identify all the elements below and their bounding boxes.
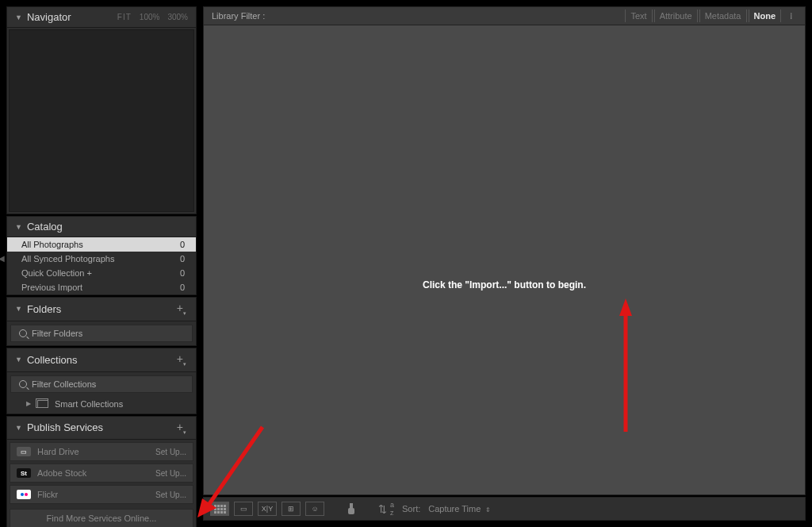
publish-row-adobestock[interactable]: St Adobe Stock Set Up... (10, 464, 193, 483)
catalog-row-label: Previous Import (21, 283, 82, 292)
catalog-row-count: 0 (180, 268, 185, 278)
navigator-zoom-controls[interactable]: FIT 100% 300% (117, 13, 188, 21)
catalog-row-count: 0 (180, 254, 185, 264)
catalog-row-all-photos[interactable]: All Photographs 0 (7, 237, 196, 252)
publish-row-flickr[interactable]: Flickr Set Up... (10, 485, 193, 504)
sort-label: Sort: (402, 504, 420, 514)
collections-title: Collections (27, 354, 78, 366)
loupe-view-button[interactable]: ▭ (234, 502, 253, 516)
navigator-panel: ▼ Navigator FIT 100% 300% (6, 6, 197, 214)
disclosure-down-icon: ▼ (15, 356, 22, 364)
catalog-panel: ▼ Catalog All Photographs 0 All Synced P… (6, 216, 197, 295)
catalog-header[interactable]: ▼ Catalog (7, 217, 196, 237)
disclosure-down-icon: ▼ (15, 305, 22, 313)
svg-marker-1 (619, 298, 632, 316)
catalog-row-synced[interactable]: All Synced Photographs 0 (7, 252, 196, 266)
disclosure-right-icon: ▶ (26, 400, 31, 407)
folders-title: Folders (27, 303, 61, 315)
main-area: Library Filter : Text Attribute Metadata… (203, 6, 806, 521)
grid-view[interactable]: Click the "Import..." button to begin. (203, 25, 806, 495)
collections-panel: ▼ Collections +▾ Filter Collections ▶ Sm… (6, 348, 197, 414)
publish-name: Hard Drive (37, 447, 155, 456)
zoom-300[interactable]: 300% (167, 13, 188, 21)
publish-title: Publish Services (27, 421, 103, 433)
harddrive-icon: ▭ (17, 447, 31, 456)
navigator-title: Navigator (27, 11, 71, 23)
sort-dropdown[interactable]: Capture Time ⇕ (428, 504, 491, 514)
flickr-icon (17, 490, 31, 499)
filter-tab-none[interactable]: None (749, 10, 782, 22)
filter-folders-placeholder: Filter Folders (32, 329, 82, 338)
publish-panel: ▼ Publish Services +▾ ▭ Hard Drive Set U… (6, 416, 197, 527)
filter-folders-input[interactable]: Filter Folders (10, 325, 193, 342)
people-view-button[interactable]: ☺ (305, 502, 324, 516)
annotation-arrow-icon (618, 298, 634, 433)
disclosure-down-icon: ▼ (15, 424, 22, 432)
catalog-title: Catalog (27, 221, 63, 233)
search-icon (19, 329, 27, 337)
navigator-header[interactable]: ▼ Navigator FIT 100% 300% (7, 7, 196, 28)
smart-collections-label: Smart Collections (55, 399, 123, 409)
filter-tab-text[interactable]: Text (625, 10, 652, 22)
publish-setup-link[interactable]: Set Up... (155, 469, 186, 478)
sort-az-icon: az (390, 501, 394, 517)
zoom-100[interactable]: 100% (140, 13, 160, 21)
library-filter-bar: Library Filter : Text Attribute Metadata… (203, 6, 806, 25)
add-publish-button[interactable]: +▾ (175, 421, 188, 436)
library-filter-label: Library Filter : (212, 11, 265, 21)
navigator-preview[interactable] (9, 29, 194, 212)
chevron-updown-icon: ⇕ (485, 506, 491, 514)
catalog-row-previous[interactable]: Previous Import 0 (7, 280, 196, 294)
filter-collections-placeholder: Filter Collections (32, 379, 96, 389)
catalog-row-count: 0 (180, 283, 185, 292)
grid-view-button[interactable] (210, 502, 229, 516)
filter-collections-input[interactable]: Filter Collections (10, 375, 193, 393)
painter-tool-button[interactable] (342, 502, 361, 516)
sort-value: Capture Time (428, 504, 481, 514)
svg-rect-4 (350, 503, 353, 508)
filter-tab-attribute[interactable]: Attribute (654, 10, 698, 22)
filter-tab-metadata[interactable]: Metadata (699, 10, 747, 22)
catalog-row-count: 0 (180, 240, 185, 249)
disclosure-down-icon: ▼ (15, 13, 22, 21)
disclosure-down-icon: ▼ (15, 223, 22, 231)
zoom-fit[interactable]: FIT (117, 13, 132, 21)
svg-rect-5 (348, 508, 354, 514)
publish-setup-link[interactable]: Set Up... (155, 490, 186, 499)
publish-name: Adobe Stock (37, 468, 155, 478)
survey-view-button[interactable]: ⊞ (282, 502, 301, 516)
sort-direction-button[interactable]: ⇅ (378, 503, 387, 515)
collections-header[interactable]: ▼ Collections +▾ (7, 348, 196, 372)
add-folder-button[interactable]: +▾ (175, 302, 188, 317)
search-icon (19, 380, 27, 388)
publish-setup-link[interactable]: Set Up... (155, 448, 186, 456)
publish-name: Flickr (37, 490, 155, 499)
import-hint-text: Click the "Import..." button to begin. (204, 279, 805, 290)
find-more-services-button[interactable]: Find More Services Online... (10, 509, 193, 527)
catalog-row-label: All Synced Photographs (21, 254, 114, 264)
compare-view-button[interactable]: X|Y (258, 502, 277, 516)
publish-header[interactable]: ▼ Publish Services +▾ (7, 417, 196, 440)
catalog-row-label: All Photographs (21, 240, 83, 249)
smart-collection-icon (37, 400, 48, 408)
folders-panel: ▼ Folders +▾ Filter Folders (6, 297, 197, 346)
catalog-row-label: Quick Collection + (21, 268, 92, 278)
left-panel: ▼ Navigator FIT 100% 300% ▼ Catalog All … (6, 6, 197, 521)
catalog-row-quick[interactable]: Quick Collection + 0 (7, 266, 196, 280)
folders-header[interactable]: ▼ Folders +▾ (7, 298, 196, 321)
smart-collections-row[interactable]: ▶ Smart Collections (7, 396, 196, 414)
add-collection-button[interactable]: +▾ (175, 352, 188, 367)
adobe-stock-icon: St (17, 468, 31, 478)
filter-lock-icon[interactable]: ⁞ (786, 11, 797, 21)
publish-row-harddrive[interactable]: ▭ Hard Drive Set Up... (10, 442, 193, 461)
bottom-toolbar: ▭ X|Y ⊞ ☺ ⇅ az Sort: Capture Time ⇕ (203, 497, 806, 521)
left-panel-expand-grip[interactable]: ◀ (0, 254, 3, 268)
